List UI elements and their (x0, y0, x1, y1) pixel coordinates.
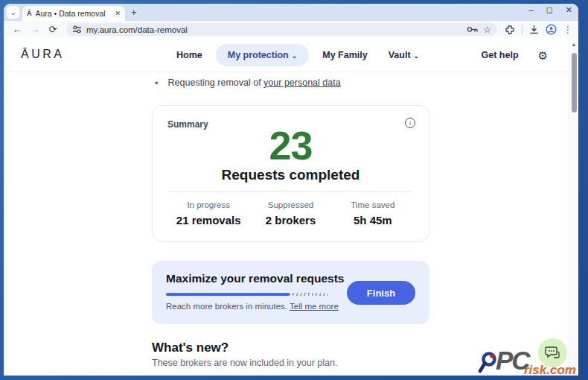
finish-button[interactable]: Finish (347, 281, 415, 305)
profile-avatar-icon[interactable] (546, 24, 557, 35)
plus-icon: + (131, 7, 137, 18)
requests-completed-heading: Requests completed (153, 167, 429, 183)
overflow-menu-icon[interactable]: ⋮ (563, 25, 572, 34)
stat-label: Suppressed (249, 200, 331, 209)
toolbar-divider (522, 25, 523, 34)
stat-value: 21 removals (167, 214, 249, 227)
bullet-dot: • (155, 78, 159, 88)
tab-search-button[interactable]: ⌄ (7, 6, 19, 19)
nav-item-vault[interactable]: Vault⌄ (381, 44, 426, 66)
stat-in-progress: In progress 21 removals (167, 200, 249, 227)
nav-right: Get help ⚙ (474, 44, 548, 66)
stat-label: Time saved (332, 200, 414, 209)
browser-window: ⌄ Ā Aura • Data removal ✕ + – ◻ ✕ ← → ⟳ (4, 4, 578, 376)
nav-links: Home My protection⌄ My Family Vault⌄ (169, 44, 426, 66)
magnifier-icon (478, 352, 499, 374)
close-button[interactable]: ✕ (566, 6, 572, 14)
browser-toolbar: ← → ⟳ my.aura.com/data-removal ☆ (4, 21, 578, 38)
download-icon[interactable] (529, 25, 539, 34)
tab-strip: ⌄ Ā Aura • Data removal ✕ + – ◻ ✕ (4, 4, 578, 21)
watermark-pc: PC (496, 346, 529, 376)
maximize-card: Maximize your removal requests Reach mor… (152, 261, 429, 324)
url-text: my.aura.com/data-removal (86, 25, 188, 34)
chat-widget-button[interactable] (538, 338, 567, 367)
nav-item-my-protection[interactable]: My protection⌄ (216, 44, 310, 66)
chevron-down-icon: ⌄ (414, 52, 420, 60)
password-key-icon[interactable] (467, 25, 479, 34)
maximize-button[interactable]: ◻ (546, 6, 553, 14)
nav-item-my-family[interactable]: My Family (315, 44, 374, 66)
toolbar-actions: ⋮ (505, 24, 572, 35)
scrollbar-thumb[interactable] (572, 53, 577, 113)
tab-title: Aura • Data removal (36, 9, 112, 18)
stat-value: 5h 45m (332, 214, 414, 227)
whats-new-heading: What's new? (152, 341, 229, 355)
aura-favicon-icon: Ā (27, 10, 32, 17)
settings-gear-icon[interactable]: ⚙ (538, 50, 548, 61)
back-button[interactable]: ← (10, 25, 25, 34)
card-divider (167, 191, 414, 191)
get-help-link[interactable]: Get help (474, 44, 526, 66)
chevron-down-icon: ⌄ (10, 9, 16, 16)
nav-item-home[interactable]: Home (169, 44, 210, 66)
chat-bubbles-icon (545, 346, 560, 360)
site-settings-icon[interactable] (72, 25, 82, 34)
stats-row: In progress 21 removals Suppressed 2 bro… (167, 200, 414, 227)
maximize-title: Maximize your removal requests (166, 272, 345, 285)
address-bar[interactable]: my.aura.com/data-removal ☆ (66, 23, 497, 36)
tell-me-more-link[interactable]: Tell me more (290, 302, 339, 311)
new-tab-button[interactable]: + (131, 7, 137, 18)
site-nav: ĀURA Home My protection⌄ My Family Vault… (4, 38, 569, 72)
bullet-row: • Requesting removal of your personal da… (155, 77, 341, 88)
progress-bar (166, 293, 328, 296)
minimize-button[interactable]: – (529, 6, 534, 14)
aura-logo[interactable]: ĀURA (21, 48, 64, 61)
requests-completed-count: 23 (153, 122, 429, 168)
stat-time-saved: Time saved 5h 45m (332, 200, 414, 227)
bullet-text: Requesting removal of your personal data (168, 77, 341, 88)
page-content: ĀURA Home My protection⌄ My Family Vault… (4, 38, 578, 376)
bookmark-star-icon[interactable]: ☆ (483, 25, 491, 34)
maximize-note: Reach more brokers in minutes. Tell me m… (166, 302, 339, 311)
page-scrollbar[interactable]: ▲ (569, 38, 578, 376)
your-personal-data-link[interactable]: your personal data (263, 77, 341, 88)
progress-fill (166, 293, 290, 296)
stat-suppressed: Suppressed 2 brokers (249, 200, 331, 227)
stat-label: In progress (167, 200, 249, 209)
chevron-down-icon: ⌄ (292, 52, 298, 60)
extensions-icon[interactable] (505, 25, 515, 35)
whats-new-description: These brokers are now included in your p… (152, 358, 337, 368)
scroll-up-icon[interactable]: ▲ (569, 38, 578, 47)
window-controls: – ◻ ✕ (529, 6, 572, 14)
forward-button[interactable]: → (28, 25, 42, 34)
stat-value: 2 brokers (249, 214, 331, 227)
browser-tab[interactable]: Ā Aura • Data removal ✕ (22, 6, 125, 21)
reload-button[interactable]: ⟳ (45, 25, 60, 34)
summary-card: Summary i 23 Requests completed In progr… (152, 105, 429, 242)
tab-close-icon[interactable]: ✕ (115, 10, 121, 17)
